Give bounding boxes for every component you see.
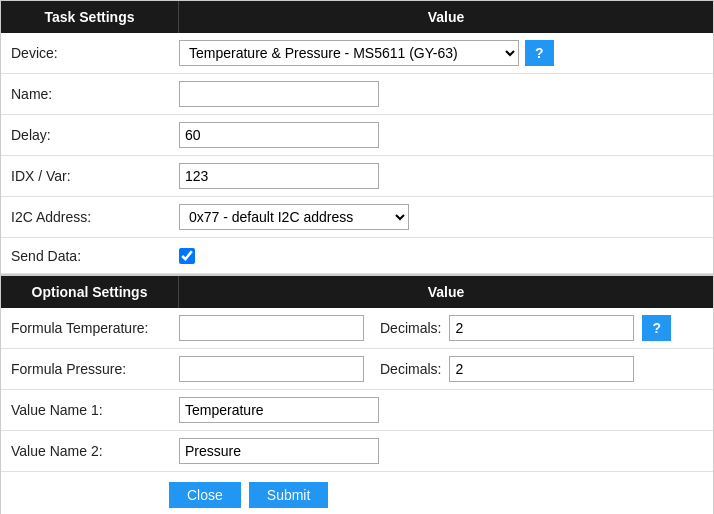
device-label: Device: [11, 45, 179, 61]
i2c-row: I2C Address: 0x77 - default I2C address [1, 197, 713, 238]
formula-pressure-label: Formula Pressure: [11, 361, 179, 377]
name-row: Name: [1, 74, 713, 115]
name-value [179, 81, 703, 107]
optional-settings-header: Optional Settings Value [1, 274, 713, 308]
value-name-2-label: Value Name 2: [11, 443, 179, 459]
formula-pressure-row: Formula Pressure: Decimals: [1, 349, 713, 390]
task-settings-header: Task Settings Value [1, 1, 713, 33]
send-data-checkbox[interactable] [179, 248, 195, 264]
device-select[interactable]: Temperature & Pressure - MS5611 (GY-63) [179, 40, 519, 66]
idx-var-row: IDX / Var: [1, 156, 713, 197]
send-data-value [179, 248, 703, 264]
value-name-1-row: Value Name 1: [1, 390, 713, 431]
i2c-select[interactable]: 0x77 - default I2C address [179, 204, 409, 230]
delay-row: Delay: [1, 115, 713, 156]
value-name-2-input[interactable] [179, 438, 379, 464]
device-value: Temperature & Pressure - MS5611 (GY-63) … [179, 40, 703, 66]
i2c-label: I2C Address: [11, 209, 179, 225]
formula-pressure-decimals-label: Decimals: [380, 361, 441, 377]
device-row: Device: Temperature & Pressure - MS5611 … [1, 33, 713, 74]
name-input[interactable] [179, 81, 379, 107]
idx-var-value [179, 163, 703, 189]
formula-temperature-label: Formula Temperature: [11, 320, 179, 336]
device-help-button[interactable]: ? [525, 40, 554, 66]
delay-value [179, 122, 703, 148]
settings-table: Task Settings Value Device: Temperature … [0, 0, 714, 514]
delay-label: Delay: [11, 127, 179, 143]
close-button[interactable]: Close [169, 482, 241, 508]
send-data-label: Send Data: [11, 248, 179, 264]
optional-settings-title: Optional Settings [1, 276, 179, 308]
formula-pressure-decimals-input[interactable] [449, 356, 634, 382]
optional-settings-value-title: Value [179, 276, 713, 308]
value-name-1-label: Value Name 1: [11, 402, 179, 418]
formula-pressure-value: Decimals: [179, 356, 703, 382]
idx-var-input[interactable] [179, 163, 379, 189]
task-settings-value-title: Value [179, 1, 713, 33]
name-label: Name: [11, 86, 179, 102]
send-data-row: Send Data: [1, 238, 713, 274]
value-name-1-value [179, 397, 703, 423]
value-name-2-value [179, 438, 703, 464]
i2c-value: 0x77 - default I2C address [179, 204, 703, 230]
task-settings-title: Task Settings [1, 1, 179, 33]
buttons-row: Close Submit [1, 472, 713, 514]
formula-temperature-decimals-label: Decimals: [380, 320, 441, 336]
submit-button[interactable]: Submit [249, 482, 329, 508]
formula-temperature-row: Formula Temperature: Decimals: ? [1, 308, 713, 349]
idx-var-label: IDX / Var: [11, 168, 179, 184]
formula-temperature-value: Decimals: ? [179, 315, 703, 341]
formula-temperature-decimals-input[interactable] [449, 315, 634, 341]
formula-pressure-input[interactable] [179, 356, 364, 382]
delay-input[interactable] [179, 122, 379, 148]
formula-temperature-help-button[interactable]: ? [642, 315, 671, 341]
value-name-2-row: Value Name 2: [1, 431, 713, 472]
formula-temperature-input[interactable] [179, 315, 364, 341]
value-name-1-input[interactable] [179, 397, 379, 423]
